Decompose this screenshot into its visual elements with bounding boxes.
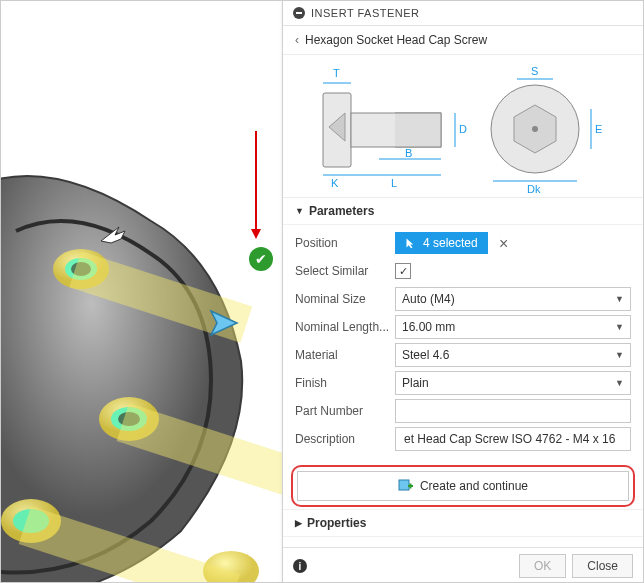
insert-fastener-panel: INSERT FASTENER ‹Hexagon Socket Head Cap… [282, 1, 643, 583]
create-icon [398, 478, 414, 494]
chevron-down-icon: ▼ [615, 294, 624, 304]
properties-section-header[interactable]: ▶Properties [283, 509, 643, 537]
nominal-size-label: Nominal Size [295, 292, 395, 306]
material-label: Material [295, 348, 395, 362]
svg-text:E: E [595, 123, 602, 135]
clear-selection-icon[interactable]: × [499, 235, 508, 252]
nominal-size-select[interactable]: Auto (M4)▼ [395, 287, 631, 311]
fastener-type-breadcrumb[interactable]: ‹Hexagon Socket Head Cap Screw [283, 26, 643, 55]
parameters-section-header[interactable]: ▼Parameters [283, 198, 643, 225]
parameters-section: Position 4 selected × Select Similar ✓ N… [283, 225, 643, 459]
position-label: Position [295, 236, 395, 250]
minimize-icon[interactable] [293, 7, 305, 19]
svg-point-26 [532, 126, 538, 132]
svg-text:L: L [391, 177, 397, 189]
svg-text:D: D [459, 123, 467, 135]
select-similar-label: Select Similar [295, 264, 395, 278]
chevron-left-icon: ‹ [295, 33, 299, 47]
chevron-down-icon: ▼ [615, 350, 624, 360]
position-selection-chip[interactable]: 4 selected [395, 232, 488, 254]
ok-button[interactable]: OK [519, 554, 566, 578]
nominal-length-select[interactable]: 16.00 mm▼ [395, 315, 631, 339]
fastener-diagram: T D L B K S E Dk [283, 55, 643, 198]
panel-header: INSERT FASTENER [283, 1, 643, 26]
3d-viewport[interactable]: ✔ [1, 1, 283, 583]
panel-title: INSERT FASTENER [311, 7, 420, 19]
panel-footer: i OK Close [283, 547, 643, 583]
triangle-right-icon: ▶ [295, 518, 302, 528]
triangle-down-icon: ▼ [295, 206, 304, 216]
svg-rect-33 [399, 480, 409, 490]
fastener-type-label: Hexagon Socket Head Cap Screw [305, 33, 487, 47]
annotation-arrow [255, 131, 257, 231]
description-label: Description [295, 432, 395, 446]
svg-text:B: B [405, 147, 412, 159]
create-continue-highlight: Create and continue [291, 465, 635, 507]
finish-select[interactable]: Plain▼ [395, 371, 631, 395]
svg-text:T: T [333, 67, 340, 79]
cursor-icon [405, 237, 417, 249]
create-and-continue-button[interactable]: Create and continue [297, 471, 629, 501]
description-input[interactable] [395, 427, 631, 451]
nominal-length-label: Nominal Length... [295, 320, 395, 334]
part-number-input[interactable] [395, 399, 631, 423]
finish-label: Finish [295, 376, 395, 390]
info-icon[interactable]: i [293, 559, 307, 573]
part-preview [1, 1, 283, 583]
svg-text:K: K [331, 177, 339, 189]
svg-text:Dk: Dk [527, 183, 541, 193]
part-number-label: Part Number [295, 404, 395, 418]
confirm-check-icon[interactable]: ✔ [249, 247, 273, 271]
chevron-down-icon: ▼ [615, 322, 624, 332]
select-similar-checkbox[interactable]: ✓ [395, 263, 411, 279]
svg-text:S: S [531, 65, 538, 77]
chevron-down-icon: ▼ [615, 378, 624, 388]
close-button[interactable]: Close [572, 554, 633, 578]
material-select[interactable]: Steel 4.6▼ [395, 343, 631, 367]
